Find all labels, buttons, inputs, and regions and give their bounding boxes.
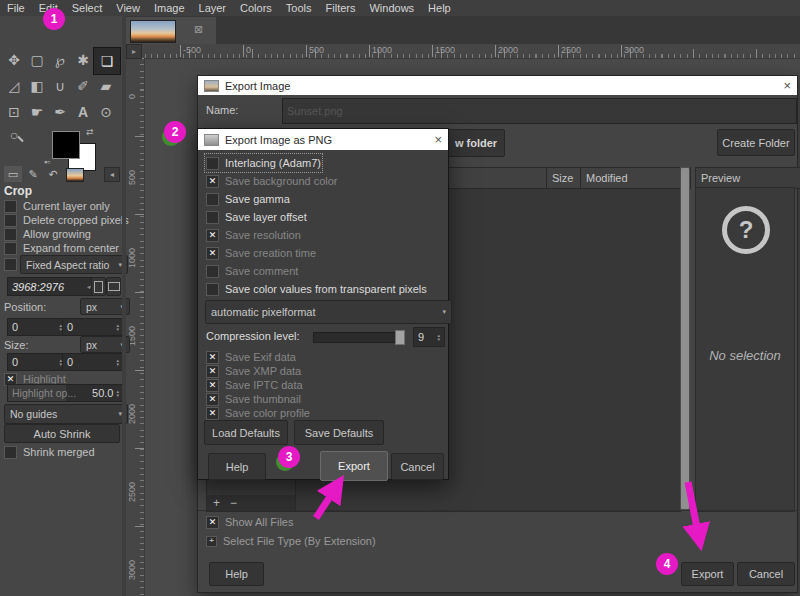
- menu-view[interactable]: View: [109, 2, 147, 14]
- highlight-opacity-slider[interactable]: Highlight op... 50.0 ▴▾: [7, 384, 124, 402]
- checkbox[interactable]: [206, 211, 219, 224]
- option-save-creation-time[interactable]: ✕ Save creation time: [206, 245, 316, 261]
- menu-select[interactable]: Select: [65, 2, 110, 14]
- landscape-orientation-button[interactable]: [106, 277, 121, 296]
- paintbrush-tool-icon[interactable]: ✐: [72, 75, 94, 97]
- spinner-arrows[interactable]: ▴▾: [116, 323, 119, 331]
- position-y-input[interactable]: 0▴▾: [62, 318, 124, 336]
- eraser-tool-icon[interactable]: ▰: [95, 75, 117, 97]
- current-folder-breadcrumb-button[interactable]: w folder: [447, 129, 505, 157]
- gradient-tool-icon[interactable]: ◧: [26, 75, 48, 97]
- fuzzy-select-tool-icon[interactable]: ✱: [72, 49, 94, 71]
- option-current-layer-only[interactable]: Current layer only: [4, 199, 110, 213]
- menu-image[interactable]: Image: [147, 2, 192, 14]
- move-tool-icon[interactable]: ✥: [3, 49, 25, 71]
- select-file-type-expander[interactable]: + Select File Type (By Extension): [206, 534, 376, 548]
- fixed-aspect-dropdown[interactable]: Fixed Aspect ratio▾: [20, 255, 128, 274]
- checkbox[interactable]: [206, 157, 219, 170]
- save-defaults-button[interactable]: Save Defaults: [294, 420, 384, 445]
- option-save-xmp[interactable]: ✕ Save XMP data: [206, 364, 301, 378]
- option-save-resolution[interactable]: ✕ Save resolution: [206, 227, 301, 243]
- image-dock-tab-icon[interactable]: [66, 168, 84, 182]
- option-save-background-color[interactable]: ✕ Save background color: [206, 173, 338, 189]
- export-button[interactable]: Export: [681, 562, 734, 586]
- option-save-iptc[interactable]: ✕ Save IPTC data: [206, 378, 303, 392]
- checkbox[interactable]: [206, 193, 219, 206]
- close-icon[interactable]: ×: [783, 79, 791, 92]
- crop-tool-icon[interactable]: ❏: [93, 47, 121, 75]
- checkbox[interactable]: [4, 446, 17, 459]
- checkbox[interactable]: ✕: [206, 247, 219, 260]
- add-bookmark-button[interactable]: +: [213, 496, 220, 510]
- clear-icon[interactable]: ◂: [86, 283, 90, 291]
- menu-file[interactable]: File: [0, 2, 32, 14]
- option-interlacing[interactable]: Interlacing (Adam7): [206, 155, 321, 171]
- spinner-arrows[interactable]: ▴▾: [116, 358, 119, 366]
- guides-dropdown[interactable]: No guides▾: [4, 404, 128, 424]
- clone-tool-icon[interactable]: ⊡: [3, 101, 25, 123]
- fixed-checkbox[interactable]: [4, 258, 17, 271]
- position-x-input[interactable]: 0▴▾: [7, 318, 67, 336]
- menu-tools[interactable]: Tools: [279, 2, 319, 14]
- menu-layer[interactable]: Layer: [192, 2, 234, 14]
- checkbox[interactable]: [4, 228, 17, 241]
- create-folder-button[interactable]: Create Folder: [717, 129, 795, 156]
- free-select-tool-icon[interactable]: ℘: [49, 49, 71, 71]
- export-dialog-titlebar[interactable]: Export Image ×: [198, 76, 797, 95]
- option-save-layer-offset[interactable]: Save layer offset: [206, 209, 307, 225]
- shear-tool-icon[interactable]: ◿: [3, 75, 25, 97]
- compression-value-input[interactable]: 9 ▴▾: [413, 327, 445, 347]
- checkbox[interactable]: [4, 242, 17, 255]
- foreground-color-swatch[interactable]: [52, 131, 80, 159]
- undo-history-tab-icon[interactable]: ↶: [44, 166, 62, 182]
- size-width-input[interactable]: 0▴▾: [7, 353, 67, 371]
- portrait-orientation-button[interactable]: [91, 277, 106, 296]
- png-dialog-titlebar[interactable]: Export Image as PNG ×: [198, 129, 448, 150]
- png-help-button[interactable]: Help: [208, 453, 266, 480]
- spinner-arrows[interactable]: ▴▾: [116, 389, 119, 397]
- tool-options-tab-icon[interactable]: ▭: [4, 166, 22, 182]
- option-save-gamma[interactable]: Save gamma: [206, 191, 290, 207]
- rectangle-select-tool-icon[interactable]: ▢: [26, 49, 48, 71]
- checkbox[interactable]: ✕: [206, 351, 219, 364]
- panel-menu-button[interactable]: ◂: [104, 167, 120, 182]
- compression-slider[interactable]: [313, 332, 404, 343]
- checkbox[interactable]: ✕: [206, 516, 219, 529]
- bucket-fill-tool-icon[interactable]: ∪: [49, 75, 71, 97]
- dock-splitter[interactable]: [122, 16, 126, 596]
- auto-shrink-button[interactable]: Auto Shrink: [4, 424, 120, 443]
- expander-icon[interactable]: +: [206, 536, 217, 547]
- option-allow-growing[interactable]: Allow growing: [4, 227, 91, 241]
- checkbox[interactable]: ✕: [206, 393, 219, 406]
- checkbox[interactable]: ✕: [206, 379, 219, 392]
- help-button[interactable]: Help: [209, 562, 264, 586]
- png-export-button[interactable]: Export: [320, 451, 388, 481]
- column-header-modified[interactable]: Modified: [580, 167, 691, 189]
- option-save-exif[interactable]: ✕ Save Exif data: [206, 350, 296, 364]
- option-save-comment[interactable]: Save comment: [206, 263, 298, 279]
- filename-input[interactable]: Sunset.png: [282, 98, 797, 124]
- checkbox[interactable]: ✕: [206, 407, 219, 420]
- option-delete-cropped-pixels[interactable]: Delete cropped pixels: [4, 213, 129, 227]
- menu-colors[interactable]: Colors: [233, 2, 279, 14]
- compression-slider-thumb[interactable]: [395, 330, 405, 345]
- png-cancel-button[interactable]: Cancel: [391, 453, 444, 480]
- checkbox[interactable]: ✕: [206, 229, 219, 242]
- swap-colors-icon[interactable]: ⇄: [86, 127, 94, 137]
- ruler-corner-button[interactable]: ▸: [126, 44, 142, 59]
- zoom-tool-icon[interactable]: ○: [3, 124, 25, 146]
- option-save-thumbnail[interactable]: ✕ Save thumbnail: [206, 392, 301, 406]
- show-all-files-option[interactable]: ✕ Show All Files: [206, 515, 293, 529]
- option-save-transparent-pixels[interactable]: Save color values from transparent pixel…: [206, 281, 427, 297]
- remove-bookmark-button[interactable]: −: [230, 496, 237, 510]
- tab-close-icon[interactable]: ⊠: [194, 24, 203, 35]
- option-expand-from-center[interactable]: Expand from center: [4, 241, 119, 255]
- device-status-tab-icon[interactable]: ✎: [24, 166, 42, 182]
- close-icon[interactable]: ×: [434, 133, 442, 146]
- checkbox[interactable]: [206, 265, 219, 278]
- color-picker-tool-icon[interactable]: ⊙: [95, 101, 117, 123]
- option-shrink-merged[interactable]: Shrink merged: [4, 445, 95, 459]
- image-tab-sunset[interactable]: ⊠: [124, 17, 216, 44]
- checkbox[interactable]: ✕: [206, 175, 219, 188]
- menu-help[interactable]: Help: [421, 2, 458, 14]
